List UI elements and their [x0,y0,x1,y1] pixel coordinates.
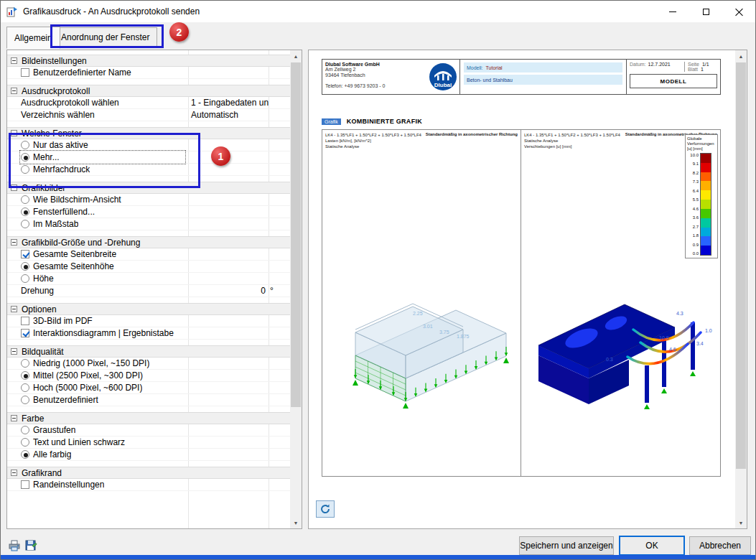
legend-color-cell [701,181,711,190]
print-preview-icon-button[interactable] [6,538,22,554]
settings-scrollbar[interactable]: ▲ ▼ [290,50,302,528]
collapse-icon[interactable] [11,348,17,355]
option-mittel[interactable]: Mittel (2500 Pixel, ~300 DPI) [7,370,290,382]
gesamte-seitenbreite-checkbox[interactable] [21,250,29,258]
option-hoch[interactable]: Hoch (5000 Pixel, ~600 DPI) [7,382,290,394]
text-schwarz-radio[interactable] [21,438,29,447]
tab-allgemein[interactable]: Allgemein [6,27,60,49]
scrollbar-thumb[interactable] [291,62,301,407]
scroll-up-icon[interactable]: ▲ [735,50,747,62]
option-graustufen[interactable]: Graustufen [7,424,290,437]
scrollbar-thumb[interactable] [736,62,746,469]
mittel-radio[interactable] [21,371,29,380]
collapse-icon[interactable] [11,306,17,312]
collapse-icon[interactable] [11,185,17,191]
scroll-down-icon[interactable]: ▼ [290,517,302,528]
verzeichnis-value-dropdown[interactable]: Automatisch [188,109,269,121]
option-mehrfachdruck[interactable]: Mehrfachdruck [7,164,290,176]
interaktionsdiagramm-checkbox[interactable] [21,329,29,337]
svg-text:4.6: 4.6 [669,347,676,352]
option-fensterfuellend[interactable]: Fensterfüllend... [7,206,290,218]
refresh-preview-button[interactable] [316,500,335,518]
option-gesamte-seitenbreite[interactable]: Gesamte Seitenbreite [7,248,290,261]
option-interaktionsdiagramm[interactable]: Interaktionsdiagramm | Ergebnistabe [7,327,290,340]
niedrig-radio[interactable] [21,359,29,368]
row-ausdruckprotokoll-waehlen[interactable]: Ausdruckprotokoll wählen 1 - Eingabedate… [7,97,290,109]
caption-line: LK4 - 1.35*LF1 + 1.50*LF2 + 1.50*LF3 + 1… [524,132,620,138]
option-text-und-linien-schwarz[interactable]: Text und Linien schwarz [7,437,290,449]
structure-loads-graphic: 2.25 3.01 3.75 1.875 [322,150,521,475]
caption-line: Verschiebungen [u] [mm] [524,144,620,149]
row-label: Interaktionsdiagramm | Ergebnistabe [33,328,174,338]
maximize-icon[interactable] [689,1,722,22]
graphic-caption: LK4 - 1.35*LF1 + 1.50*LF2 + 1.50*LF3 + 1… [322,130,521,149]
model-name-row: Modell: Tutorial [464,62,622,73]
nur-das-aktive-radio[interactable] [21,141,29,149]
close-icon[interactable] [722,1,755,22]
mehr-radio[interactable] [21,153,29,162]
collapse-icon[interactable] [11,415,17,421]
option-gesamte-seitenhoehe[interactable]: Gesamte Seitenhöhe [7,261,290,273]
hoch-radio[interactable] [21,383,29,392]
collapse-icon[interactable] [11,470,17,476]
option-nur-das-aktive[interactable]: Nur das aktive [7,139,290,151]
wie-bildschirm-radio[interactable] [21,195,29,204]
option-im-massstab[interactable]: Im Maßstab [7,218,290,230]
row-drehung[interactable]: Drehung 0 ° [7,285,290,297]
legend-tick: 4.6 [687,207,700,211]
row-benutzerdefinierter-name[interactable]: Benutzerdefinierter Name [7,67,290,79]
scroll-down-icon[interactable]: ▼ [735,517,747,528]
option-randeinstellungen[interactable]: Randeinstellungen [7,479,290,491]
hoehe-radio[interactable] [21,274,29,283]
protokoll-value-dropdown[interactable]: 1 - Eingabedaten und ... [188,97,269,108]
tab-anordnung-der-fenster[interactable]: Anordnung der Fenster [53,27,157,47]
section-grafikbilder: Grafikbilder [7,182,290,194]
fensterfuellend-radio[interactable] [21,207,29,216]
row-label: Hoch (5000 Pixel, ~600 DPI) [33,383,142,393]
combined-graphics: LK4 - 1.35*LF1 + 1.50*LF2 + 1.50*LF3 + 1… [322,129,721,477]
graustufen-radio[interactable] [21,426,29,434]
collapse-icon[interactable] [11,130,17,136]
row-verzeichnis-waehlen[interactable]: Verzeichnis wählen Automatisch [7,109,290,121]
benutzerdefinierter-name-checkbox[interactable] [21,68,29,77]
collapse-icon[interactable] [11,57,17,64]
3d-bild-checkbox[interactable] [21,317,29,325]
speichern-und-anzeigen-button[interactable]: Speichern und anzeigen [519,536,614,555]
row-label: Alle farbig [33,449,71,459]
svg-text:0.3: 0.3 [606,357,613,362]
option-alle-farbig[interactable]: Alle farbig [7,449,290,461]
svg-text:10.9: 10.9 [659,335,669,340]
legend-tick: 0.0 [687,251,700,256]
legend-color-cell [701,218,711,228]
svg-text:3.75: 3.75 [439,330,449,335]
collapse-icon[interactable] [11,88,17,94]
option-mehr[interactable]: Mehr... [7,151,290,164]
model-block: Modell: Tutorial Beton- und Stahlbau [460,60,627,94]
option-niedrig[interactable]: Niedrig (1000 Pixel, ~150 DPI) [7,358,290,370]
alle-farbig-radio[interactable] [21,450,29,459]
legend-title: [u] [mm] [687,146,716,151]
option-benutzerdefiniert[interactable]: Benutzerdefiniert [7,394,290,406]
option-3d-bild-im-pdf[interactable]: 3D-Bild im PDF [7,315,290,327]
drehung-input[interactable]: 0 [188,285,269,297]
collapse-icon[interactable] [11,239,17,246]
preview-scrollbar[interactable]: ▲ ▼ [735,50,747,528]
save-as-default-icon-button[interactable] [23,538,39,554]
page-block: Seite 1/1 Blatt 1 [684,62,717,72]
im-massstab-radio[interactable] [21,220,29,228]
legend-title: Verformungen [687,141,716,146]
option-hoehe[interactable]: Höhe [7,273,290,285]
minimize-icon[interactable] [656,1,689,22]
abbrechen-button[interactable]: Abbrechen [689,536,751,555]
report-header: Dlubal Software GmbH Am Zellweg 2 93464 … [322,59,721,95]
mehrfachdruck-radio[interactable] [21,165,29,174]
scroll-up-icon[interactable]: ▲ [290,50,302,62]
row-label: Verzeichnis wählen [21,110,95,120]
option-wie-bildschirm-ansicht[interactable]: Wie Bildschirm-Ansicht [7,194,290,206]
ok-button[interactable]: OK [619,536,685,556]
randeinstellungen-checkbox[interactable] [21,480,29,489]
company-name: Dlubal Software GmbH [325,62,423,67]
grafikausdruck-dialog: Grafikausdruck - An Ausdruckprotokoll se… [0,0,756,560]
benutzerdefiniert-radio[interactable] [21,396,29,404]
gesamte-seitenhoehe-radio[interactable] [21,262,29,271]
